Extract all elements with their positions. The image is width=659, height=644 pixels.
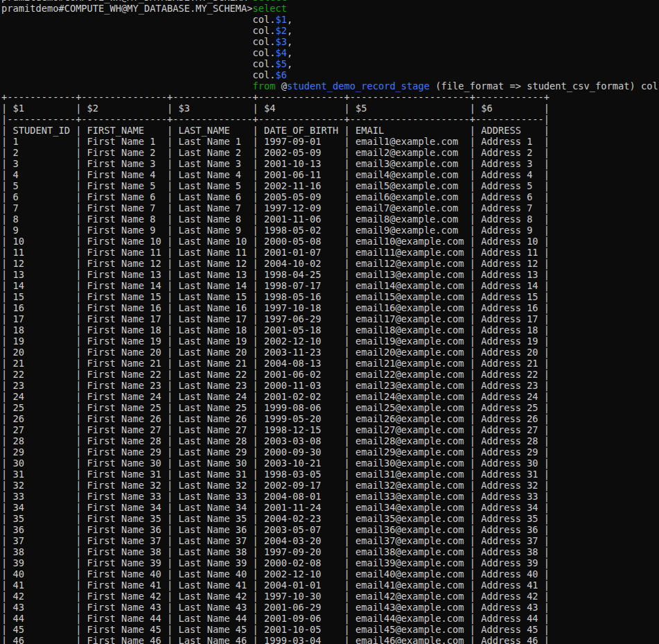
table-row: | 21 | First Name 21 | Last Name 21 | 20… bbox=[1, 358, 659, 369]
table-row: | 25 | First Name 25 | Last Name 25 | 19… bbox=[1, 402, 659, 413]
stage-name: student_demo_record_stage bbox=[287, 80, 430, 92]
table-row: | 20 | First Name 20 | Last Name 20 | 20… bbox=[1, 347, 659, 358]
from-clause-tail: (file_format => student_csv_format) col; bbox=[430, 80, 659, 92]
table-row: | 18 | First Name 18 | Last Name 18 | 20… bbox=[1, 324, 659, 336]
column-prefix: col. bbox=[1, 25, 276, 36]
table-row: | 24 | First Name 24 | Last Name 24 | 20… bbox=[1, 391, 659, 402]
table-row: | 5 | First Name 5 | Last Name 5 | 2002-… bbox=[1, 180, 659, 191]
prompt-text: pramitdemo#COMPUTE_WH@MY_DATABASE.MY_SCH… bbox=[1, 3, 253, 14]
column-prefix: col. bbox=[1, 47, 276, 58]
column-variable: $3 bbox=[276, 36, 287, 47]
continuation-indent bbox=[1, 80, 253, 92]
terminal-window[interactable]: pramitdemo#COMPUTE_WH@MY_DATABASE.MY_SCH… bbox=[0, 0, 659, 644]
table-row: | 45 | First Name 45 | Last Name 45 | 20… bbox=[1, 624, 659, 635]
prompt-line: pramitdemo#COMPUTE_WH@MY_DATABASE.MY_SCH… bbox=[1, 3, 659, 14]
from-keyword: from bbox=[253, 80, 276, 92]
column-variable: $4 bbox=[276, 47, 287, 58]
column-variable: $6 bbox=[276, 69, 287, 80]
sql-column-line: col.$6 bbox=[1, 69, 659, 80]
sql-column-lines: col.$1, col.$2, col.$3, col.$4, bbox=[1, 14, 659, 80]
table-row: | 2 | First Name 2 | Last Name 2 | 2002-… bbox=[1, 147, 659, 158]
table-row: | 3 | First Name 3 | Last Name 3 | 2001-… bbox=[1, 158, 659, 169]
result-table: +------------+---------------+----------… bbox=[1, 92, 659, 644]
column-variable: $1 bbox=[276, 14, 287, 25]
table-row: | 13 | First Name 13 | Last Name 13 | 19… bbox=[1, 269, 659, 280]
column-variable: $5 bbox=[276, 58, 287, 69]
table-row: | 14 | First Name 14 | Last Name 14 | 19… bbox=[1, 280, 659, 291]
table-row: | 35 | First Name 35 | Last Name 35 | 20… bbox=[1, 513, 659, 524]
table-row: | 23 | First Name 23 | Last Name 23 | 20… bbox=[1, 380, 659, 391]
sql-column-line: col.$1, bbox=[1, 14, 659, 25]
column-prefix: col. bbox=[1, 58, 276, 69]
column-suffix: , bbox=[287, 47, 292, 58]
table-row: | 10 | First Name 10 | Last Name 10 | 20… bbox=[1, 236, 659, 247]
table-row: | 32 | First Name 32 | Last Name 32 | 20… bbox=[1, 480, 659, 491]
table-row: | 4 | First Name 4 | Last Name 4 | 2001-… bbox=[1, 169, 659, 180]
table-row: | 30 | First Name 30 | Last Name 30 | 20… bbox=[1, 458, 659, 469]
table-row: | 46 | First Name 46 | Last Name 46 | 19… bbox=[1, 635, 659, 644]
select-keyword: select bbox=[253, 3, 287, 14]
table-row: | 31 | First Name 31 | Last Name 31 | 19… bbox=[1, 469, 659, 480]
table-row: | 7 | First Name 7 | Last Name 7 | 1997-… bbox=[1, 202, 659, 214]
column-suffix: , bbox=[287, 25, 292, 36]
table-row: | 38 | First Name 38 | Last Name 38 | 19… bbox=[1, 546, 659, 557]
table-row: | 9 | First Name 9 | Last Name 9 | 1998-… bbox=[1, 225, 659, 236]
table-row: | 40 | First Name 40 | Last Name 40 | 20… bbox=[1, 568, 659, 580]
table-row: | 36 | First Name 36 | Last Name 36 | 20… bbox=[1, 524, 659, 535]
table-row: | 37 | First Name 37 | Last Name 37 | 20… bbox=[1, 535, 659, 546]
column-prefix: col. bbox=[1, 69, 276, 80]
table-header-row: | $1 | $2 | $3 | $4 | $5 | $6 | bbox=[1, 103, 659, 114]
table-row: | 6 | First Name 6 | Last Name 6 | 2005-… bbox=[1, 191, 659, 202]
sql-column-line: col.$4, bbox=[1, 47, 659, 58]
column-prefix: col. bbox=[1, 36, 276, 47]
table-row: | 41 | First Name 41 | Last Name 41 | 20… bbox=[1, 580, 659, 591]
table-row: | 11 | First Name 11 | Last Name 11 | 20… bbox=[1, 247, 659, 258]
table-row: | 43 | First Name 43 | Last Name 43 | 20… bbox=[1, 602, 659, 613]
table-top-border: +------------+---------------+----------… bbox=[1, 92, 659, 103]
table-row: | 15 | First Name 15 | Last Name 15 | 19… bbox=[1, 291, 659, 302]
table-row: | 8 | First Name 8 | Last Name 8 | 2001-… bbox=[1, 214, 659, 225]
table-row: | 44 | First Name 44 | Last Name 44 | 20… bbox=[1, 613, 659, 624]
column-suffix: , bbox=[287, 14, 292, 25]
sql-column-line: col.$2, bbox=[1, 25, 659, 36]
sql-column-line: col.$3, bbox=[1, 36, 659, 47]
sql-column-line: col.$5, bbox=[1, 58, 659, 69]
column-suffix: , bbox=[287, 36, 292, 47]
table-row: | 12 | First Name 12 | Last Name 12 | 20… bbox=[1, 258, 659, 269]
table-row: | 17 | First Name 17 | Last Name 17 | 19… bbox=[1, 313, 659, 324]
table-row: | 19 | First Name 19 | Last Name 19 | 20… bbox=[1, 336, 659, 347]
table-row: | 39 | First Name 39 | Last Name 39 | 20… bbox=[1, 557, 659, 568]
table-row: | 29 | First Name 29 | Last Name 29 | 20… bbox=[1, 446, 659, 458]
sql-from-line: from @student_demo_record_stage (file_fo… bbox=[1, 80, 659, 92]
table-row: | 28 | First Name 28 | Last Name 28 | 20… bbox=[1, 435, 659, 446]
table-header-separator: |------------+---------------+----------… bbox=[1, 114, 659, 125]
table-row: | 16 | First Name 16 | Last Name 16 | 19… bbox=[1, 302, 659, 313]
table-row: | 33 | First Name 33 | Last Name 33 | 20… bbox=[1, 491, 659, 502]
table-row: | 1 | First Name 1 | Last Name 1 | 1997-… bbox=[1, 136, 659, 147]
table-row: | 26 | First Name 26 | Last Name 26 | 19… bbox=[1, 413, 659, 424]
column-variable: $2 bbox=[276, 25, 287, 36]
table-row: | 22 | First Name 22 | Last Name 22 | 20… bbox=[1, 369, 659, 380]
table-row: | STUDENT_ID | FIRST_NAME | LAST_NAME | … bbox=[1, 125, 659, 136]
terminal-buffer: pramitdemo#COMPUTE_WH@MY_DATABASE.MY_SCH… bbox=[1, 0, 659, 644]
column-suffix: , bbox=[287, 58, 292, 69]
table-row: | 27 | First Name 27 | Last Name 27 | 19… bbox=[1, 424, 659, 435]
table-row: | 34 | First Name 34 | Last Name 34 | 20… bbox=[1, 502, 659, 513]
stage-at-sign: @ bbox=[276, 80, 287, 92]
table-row: | 42 | First Name 42 | Last Name 42 | 19… bbox=[1, 591, 659, 602]
column-prefix: col. bbox=[1, 14, 276, 25]
